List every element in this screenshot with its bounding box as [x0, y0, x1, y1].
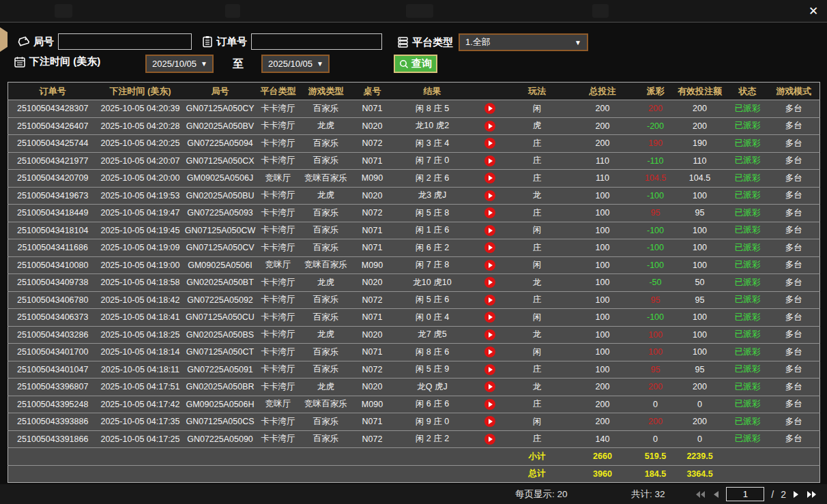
cell-bet_time: 2025-10-05 04:17:51 — [98, 379, 184, 396]
video-play-icon[interactable] — [484, 190, 495, 201]
cell-order_no: 251005043393886 — [8, 413, 98, 431]
cell-valid_bet: 100 — [673, 239, 727, 257]
cell-payout: 0 — [639, 430, 673, 448]
query-button[interactable]: 查询 — [394, 55, 437, 73]
cell-result: 闲 7 庄 8 — [392, 256, 473, 274]
cell-game_type: 百家乐 — [300, 100, 353, 118]
round-input[interactable] — [58, 33, 192, 50]
cell-game_type: 百家乐 — [300, 309, 353, 327]
cell-total_bet: 200 — [567, 413, 639, 431]
cell-round_no: GN02025A050BS — [184, 326, 257, 344]
cell-payout: 95 — [639, 361, 673, 379]
video-play-icon[interactable] — [484, 173, 495, 183]
table-row: 2510050433918662025-10-05 04:17:25GN0722… — [8, 430, 820, 448]
cell-payout: 100 — [639, 344, 673, 361]
cell-platform: 卡卡湾厅 — [257, 291, 300, 309]
cell-table_no: N071 — [353, 100, 392, 118]
cell-payout: 95 — [639, 291, 673, 309]
cell-total_bet: 200 — [567, 135, 639, 153]
video-play-icon[interactable] — [484, 207, 495, 218]
next-page-icon[interactable] — [793, 490, 800, 499]
cell-result: 龙7 虎5 — [392, 326, 473, 344]
cell-mode: 多台 — [768, 396, 820, 413]
cell-table_no: N071 — [353, 222, 392, 239]
cell-bet_time: 2025-10-05 04:17:35 — [98, 413, 184, 431]
cell-status: 已派彩 — [727, 152, 768, 170]
cell-payout: -100 — [639, 187, 673, 205]
last-page-icon[interactable] — [807, 490, 817, 499]
cell-status: 已派彩 — [727, 256, 768, 274]
first-page-icon[interactable] — [695, 490, 706, 499]
cell-game_type — [300, 448, 353, 466]
cell-table_no: N020 — [353, 117, 392, 135]
cell-valid_bet: 200 — [673, 379, 727, 396]
video-play-icon[interactable] — [484, 364, 495, 375]
bet-records-table: 订单号下注时间 (美东)局号平台类型游戏类型桌号结果玩法总投注派彩有效投注额状态… — [8, 82, 820, 483]
cell-valid_bet: 95 — [673, 291, 727, 309]
order-input[interactable] — [251, 33, 382, 50]
page-number-input[interactable] — [726, 487, 764, 501]
cell-valid_bet: 0 — [673, 430, 727, 448]
cell-platform: 卡卡湾厅 — [257, 326, 300, 344]
cell-status: 已派彩 — [727, 361, 768, 379]
video-play-icon[interactable] — [484, 434, 495, 445]
video-play-icon[interactable] — [484, 312, 495, 323]
cell-valid_bet: 200 — [673, 413, 727, 431]
play-triangle — [489, 175, 493, 181]
cell-payout: -110 — [639, 152, 673, 170]
video-play-icon[interactable] — [484, 242, 495, 253]
cell-result: 闲 6 庄 2 — [392, 239, 473, 257]
page-divider: / — [771, 489, 774, 500]
video-play-icon[interactable] — [484, 329, 495, 340]
video-play-icon[interactable] — [484, 260, 495, 271]
cell-video — [473, 205, 508, 222]
cell-total_bet: 100 — [567, 361, 639, 379]
cell-status: 已派彩 — [727, 309, 768, 327]
clipboard-icon — [202, 35, 213, 48]
cell-video — [473, 152, 508, 170]
video-play-icon[interactable] — [484, 416, 495, 427]
cell-mode: 多台 — [768, 256, 820, 274]
grand-total-row: 总计3960184.53364.5 — [8, 465, 820, 483]
close-icon[interactable]: ✕ — [806, 4, 821, 19]
prev-page-icon[interactable] — [712, 490, 719, 499]
date-from-select[interactable]: 2025/10/05 ▼ — [145, 55, 214, 73]
platform-select-value: 1.全部 — [465, 36, 491, 48]
cell-total_bet: 100 — [567, 239, 639, 257]
cell-game_type: 百家乐 — [300, 152, 353, 170]
table-row: 2510050434116862025-10-05 04:19:09GN0712… — [8, 239, 820, 257]
cell-play: 庄 — [508, 170, 567, 188]
cell-round_no: GN07125A050CY — [184, 100, 257, 118]
video-play-icon[interactable] — [484, 277, 495, 288]
panel-collapse-handle[interactable] — [0, 27, 8, 52]
cell-bet_time: 2025-10-05 04:18:14 — [98, 344, 184, 361]
cell-valid_bet: 95 — [673, 205, 727, 222]
cell-payout: -200 — [639, 117, 673, 135]
video-play-icon[interactable] — [484, 138, 495, 149]
cell-table_no: N072 — [353, 135, 392, 153]
column-header-mode: 游戏模式 — [768, 83, 820, 100]
cell-play: 虎 — [508, 117, 567, 135]
date-to-select[interactable]: 2025/10/05 ▼ — [261, 55, 330, 73]
cell-status: 已派彩 — [727, 205, 768, 222]
cell-mode: 多台 — [768, 187, 820, 205]
cell-table_no — [353, 465, 392, 483]
video-play-icon[interactable] — [484, 381, 495, 392]
order-filter-label: 订单号 — [216, 35, 247, 48]
cell-payout: 200 — [639, 379, 673, 396]
cell-game_type: 百家乐 — [300, 291, 353, 309]
video-play-icon[interactable] — [484, 225, 495, 236]
cell-game_type: 百家乐 — [300, 344, 353, 361]
play-triangle — [489, 436, 493, 442]
column-header-play: 玩法 — [508, 83, 567, 100]
video-play-icon[interactable] — [484, 155, 495, 166]
platform-select[interactable]: 1.全部 ▼ — [459, 33, 588, 51]
video-play-icon[interactable] — [484, 121, 495, 132]
cell-total_bet: 100 — [567, 222, 639, 239]
video-play-icon[interactable] — [484, 346, 495, 357]
cell-platform: 卡卡湾厅 — [257, 187, 300, 205]
video-play-icon[interactable] — [484, 295, 495, 306]
video-play-icon[interactable] — [484, 399, 495, 410]
cell-play: 闲 — [508, 309, 567, 327]
video-play-icon[interactable] — [484, 103, 495, 114]
